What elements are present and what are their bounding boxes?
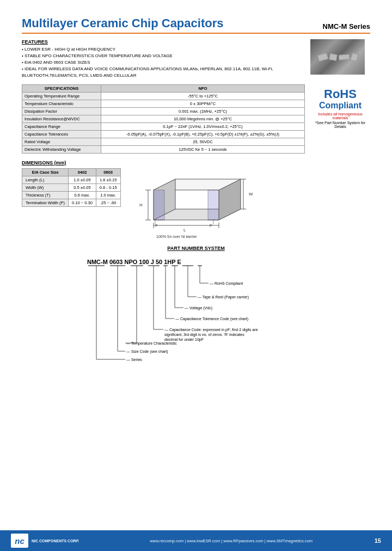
dim-table: EIA Case Size04020603 Length (L)1.0 ±0.0… (22, 168, 121, 207)
svg-text:— Size Code (see chart): — Size Code (see chart) (126, 350, 168, 354)
specs-param: Dielectric Withstanding Voltage (22, 146, 101, 154)
svg-text:H: H (139, 203, 143, 207)
specs-value: 10,000 Megohms min. @ +25°C (101, 115, 305, 123)
specs-value: -55°C to +125°C (101, 93, 305, 100)
page-title: Multilayer Ceramic Chip Capacitors (22, 16, 223, 30)
specs-param: Capacitance Tolerances (22, 131, 101, 138)
dim-value: 0.8 - 0.15 (96, 184, 120, 192)
specs-value: 125VDC for 5 ~ 1 seconds (101, 146, 305, 154)
dim-value: 0.10 ~ 0.30 (69, 199, 96, 207)
footer-page: 15 (375, 537, 381, 544)
specs-value: 25, 50VDC (101, 138, 305, 146)
svg-text:— Capacitance Code: expressed : — Capacitance Code: expressed in pF; fir… (164, 328, 258, 332)
page-header: Multilayer Ceramic Chip Capacitors NMC-M… (22, 16, 370, 34)
dim-row: Termination Width (P)0.10 ~ 0.30.25 ~ .6… (22, 199, 121, 207)
specs-value: -0.05pF(A), -0.075pF(X), -0.1pF(B), +0.2… (101, 131, 305, 138)
specs-param: Capacitance Range (22, 123, 101, 131)
specs-col2-header: NPO (101, 85, 305, 93)
dim-value: .25 ~ .60 (96, 199, 120, 207)
page-wrapper: Multilayer Ceramic Chip Capacitors NMC-M… (0, 0, 392, 551)
svg-marker-23 (208, 190, 219, 220)
dimensions-section: DIMENISONS (mm) EIA Case Size04020603 Le… (22, 160, 370, 239)
dim-value: 1.0 ±0.05 (69, 176, 96, 184)
dim-param: Termination Width (P) (22, 199, 69, 207)
specs-row: Dielectric Withstanding Voltage125VDC fo… (22, 146, 305, 154)
chip-image-wrapper (310, 39, 370, 79)
dim-header: 0402 (69, 169, 96, 176)
svg-text:significant, 3rd digit is no. : significant, 3rd digit is no. of zeros. … (164, 333, 244, 337)
specs-param: Dissipation Factor (22, 108, 101, 115)
specs-row: Rated Voltage25, 50VDC (22, 138, 305, 146)
dim-value: 1.6 ±0.15 (96, 176, 120, 184)
specs-row: Capacitance Range0.1pF ~ 22nF (1V/Hz, 1.… (22, 123, 305, 131)
dim-row: Width (W)0.5 ±0.050.8 - 0.15 (22, 184, 121, 192)
dimensions-title: DIMENISONS (mm) (22, 160, 370, 166)
dim-param: Width (W) (22, 184, 69, 192)
dim-value: 0.5 ±0.05 (69, 184, 96, 192)
footer: nc NIC COMPONENTS CORP. www.niccomp.com … (0, 530, 392, 551)
svg-text:P: P (155, 224, 158, 228)
specs-param: Operating Temperature Range (22, 93, 101, 100)
dim-row: Thickness (T)0.6 max.1.0 max. (22, 192, 121, 199)
footer-logo: nc NIC COMPONENTS CORP. (11, 534, 79, 548)
svg-text:— Tape & Reel (Paper carrier): — Tape & Reel (Paper carrier) (198, 295, 249, 299)
features-section: FEATURES LOWER ESR - HIGH Q at HIGH FREQ… (22, 39, 370, 79)
specs-row: Dissipation Factor0.001 max. (1MHz, +25°… (22, 108, 305, 115)
features-title: FEATURES (22, 39, 305, 45)
rohs-box: RoHS Compliant Includes all homogeneous … (310, 84, 370, 154)
chip-photo (310, 39, 365, 75)
svg-text:— Voltage (Vdc): — Voltage (Vdc) (185, 306, 212, 310)
feature-item-2: STABLE NPO CHARACTERISTICS OVER TEMPERAT… (22, 53, 305, 59)
specs-table-wrapper: SPECIFICATIONS NPO Operating Temperature… (22, 84, 305, 154)
feature-item-3: EIA 0402 AND 0603 CASE SIZES (22, 59, 305, 66)
specs-row: Insulation Resistance@WVDC10,000 Megohms… (22, 115, 305, 123)
footer-links: www.niccomp.com | www.lowESR.com | www.R… (88, 538, 374, 543)
rohs-compliant: Compliant (314, 101, 367, 111)
specs-param: Rated Voltage (22, 138, 101, 146)
dim-param: Thickness (T) (22, 192, 69, 199)
rohs-title: RoHS (314, 88, 367, 101)
series-label: NMC-M Series (323, 22, 370, 30)
dim-header: EIA Case Size (22, 169, 69, 176)
svg-marker-22 (154, 190, 164, 220)
svg-text:100% Sn over Ni barrier: 100% Sn over Ni barrier (156, 235, 197, 238)
svg-text:NMC-M  0603  NPO  100  J  50  : NMC-M 0603 NPO 100 J 50 1HP E (87, 259, 181, 265)
specs-row: Operating Temperature Range-55°C to +125… (22, 93, 305, 100)
part-number-svg: NMC-M 0603 NPO 100 J 50 1HP E (54, 253, 338, 378)
dim-row: Length (L)1.0 ±0.051.6 ±0.15 (22, 176, 121, 184)
specs-param: Insulation Resistance@WVDC (22, 115, 101, 123)
specs-rohs-section: SPECIFICATIONS NPO Operating Temperature… (22, 84, 370, 154)
svg-text:— Series: — Series (126, 358, 142, 362)
svg-text:— Capacitance Tolerance Code (: — Capacitance Tolerance Code (see chart) (175, 317, 248, 321)
rohs-includes: Includes all homogeneous materials (314, 112, 367, 120)
rohs-see: *See Part Number System for Details (314, 121, 367, 128)
svg-text:L: L (183, 228, 186, 232)
dim-value: 0.6 max. (69, 192, 96, 199)
svg-text:P: P (210, 224, 212, 228)
nic-logo: nc (11, 534, 28, 548)
nic-logo-text: nc (15, 536, 24, 546)
dim-header: 0603 (96, 169, 120, 176)
svg-text:— Temperature Characteristic: — Temperature Characteristic (126, 341, 177, 346)
specs-row: Capacitance Tolerances-0.05pF(A), -0.075… (22, 131, 305, 138)
component-3d-diagram: W H L P P (132, 168, 284, 239)
specs-value: 0.1pF ~ 22nF (1V/Hz, 1.0V/rms±0.2, +25°C… (101, 123, 305, 131)
pn-diagram-wrapper: NMC-M 0603 NPO 100 J 50 1HP E (22, 253, 370, 378)
dimension-diagram: W H L P P (132, 168, 370, 239)
features-list: LOWER ESR - HIGH Q at HIGH FREQUENCY STA… (22, 46, 305, 79)
dim-table-wrapper: EIA Case Size04020603 Length (L)1.0 ±0.0… (22, 168, 121, 207)
specs-value: 0 ± 30PPM/°C (101, 100, 305, 108)
part-number-title: PART NUMBER SYSTEM (22, 246, 370, 251)
specs-row: Temperature Characteristic0 ± 30PPM/°C (22, 100, 305, 108)
feature-item-1: LOWER ESR - HIGH Q at HIGH FREQUENCY (22, 46, 305, 53)
specs-col1-header: SPECIFICATIONS (22, 85, 101, 93)
specs-param: Temperature Characteristic (22, 100, 101, 108)
specs-value: 0.001 max. (1MHz, +25°C) (101, 108, 305, 115)
feature-item-4: IDEAL FOR WIRELESS DATA AND VOICE COMMUN… (22, 66, 305, 79)
dim-content: EIA Case Size04020603 Length (L)1.0 ±0.0… (22, 168, 370, 239)
dim-param: Length (L) (22, 176, 69, 184)
features-left: FEATURES LOWER ESR - HIGH Q at HIGH FREQ… (22, 39, 305, 79)
svg-text:W: W (249, 192, 253, 197)
footer-company: NIC COMPONENTS CORP. (32, 539, 79, 543)
specs-table: SPECIFICATIONS NPO Operating Temperature… (22, 84, 305, 154)
